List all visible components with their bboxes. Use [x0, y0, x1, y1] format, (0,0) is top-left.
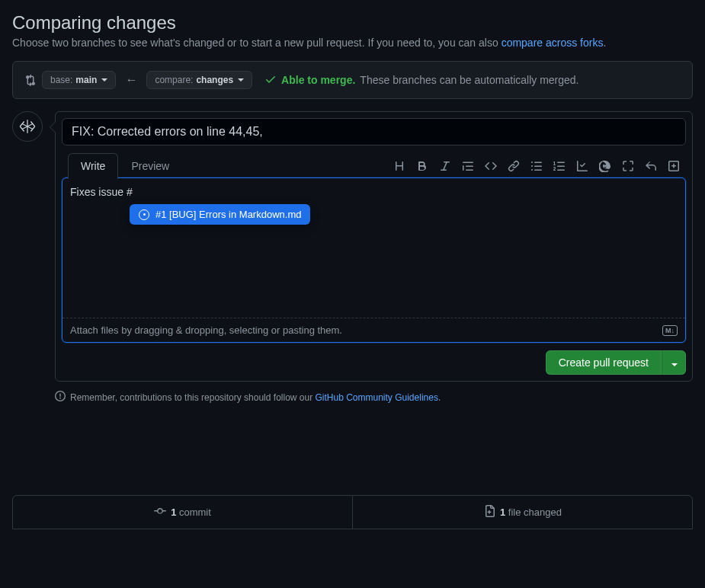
- caret-down-icon: [238, 78, 244, 81]
- heading-icon[interactable]: [393, 160, 405, 172]
- footer-suffix: .: [438, 392, 441, 403]
- page-subtitle: Choose two branches to see what's change…: [12, 37, 693, 49]
- cross-reference-icon[interactable]: [622, 160, 634, 172]
- check-icon: [264, 73, 277, 88]
- footer-note: Remember, contributions to this reposito…: [55, 391, 693, 404]
- merge-ok-text: Able to merge.: [281, 74, 355, 86]
- merge-desc-text: These branches can be automatically merg…: [360, 74, 578, 86]
- create-pull-request-dropdown[interactable]: [662, 350, 686, 375]
- guidelines-link[interactable]: GitHub Community Guidelines: [316, 392, 438, 403]
- file-diff-icon: [483, 505, 495, 519]
- markdown-toolbar: [393, 160, 680, 172]
- reply-icon[interactable]: [645, 160, 657, 172]
- pr-title-input[interactable]: [62, 118, 686, 145]
- code-icon[interactable]: [485, 160, 497, 172]
- base-branch-selector[interactable]: base: main: [42, 71, 116, 89]
- compare-label: compare:: [155, 75, 193, 85]
- caret-down-icon: [101, 78, 107, 81]
- subtitle-suffix: .: [603, 37, 606, 49]
- issue-open-icon: [139, 209, 149, 220]
- bulleted-list-icon[interactable]: [530, 160, 543, 172]
- diff-icon[interactable]: [668, 160, 680, 172]
- tasklist-icon[interactable]: [576, 160, 588, 172]
- page-title: Comparing changes: [12, 12, 693, 34]
- caret-down-icon: [671, 363, 678, 366]
- markdown-badge-icon[interactable]: M↓: [662, 325, 678, 336]
- commits-stat[interactable]: 1 commit: [13, 496, 353, 529]
- tab-write[interactable]: Write: [68, 153, 118, 179]
- mention-icon[interactable]: [599, 160, 611, 172]
- files-label: file changed: [505, 507, 562, 518]
- autocomplete-label: #1 [BUG] Errors in Markdown.md: [155, 209, 301, 220]
- bold-icon[interactable]: [416, 160, 428, 172]
- compare-across-forks-link[interactable]: compare across forks: [502, 37, 604, 49]
- arrow-left-icon: ←: [122, 73, 140, 87]
- git-compare-icon: [24, 74, 36, 86]
- attach-text: Attach files by dragging & dropping, sel…: [70, 324, 342, 336]
- subtitle-text: Choose two branches to see what's change…: [12, 37, 502, 49]
- compare-bar: base: main ← compare: changes Able to me…: [12, 61, 693, 99]
- base-value: main: [75, 75, 97, 85]
- link-icon[interactable]: [508, 160, 520, 172]
- pr-body-textarea[interactable]: [62, 178, 685, 315]
- tab-preview[interactable]: Preview: [118, 153, 182, 178]
- footer-prefix: Remember, contributions to this reposito…: [70, 392, 316, 403]
- avatar: [12, 111, 43, 142]
- quote-icon[interactable]: [462, 160, 474, 172]
- info-icon: [55, 391, 66, 404]
- attach-row[interactable]: Attach files by dragging & dropping, sel…: [62, 318, 685, 342]
- pr-body-wrap: #1 [BUG] Errors in Markdown.md Attach fi…: [62, 177, 686, 343]
- stats-bar: 1 commit 1 file changed: [12, 495, 693, 529]
- compare-value: changes: [196, 75, 233, 85]
- commit-icon: [154, 505, 166, 519]
- numbered-list-icon[interactable]: [553, 160, 566, 172]
- commits-label: commit: [176, 507, 211, 518]
- issue-autocomplete-item[interactable]: #1 [BUG] Errors in Markdown.md: [130, 204, 310, 225]
- base-label: base:: [50, 75, 72, 85]
- italic-icon[interactable]: [439, 160, 451, 172]
- create-pull-request-button[interactable]: Create pull request: [546, 350, 662, 375]
- merge-status: Able to merge. These branches can be aut…: [264, 73, 578, 88]
- compare-branch-selector[interactable]: compare: changes: [146, 71, 252, 89]
- pr-form: Write Preview: [55, 111, 693, 382]
- files-changed-stat[interactable]: 1 file changed: [353, 496, 692, 529]
